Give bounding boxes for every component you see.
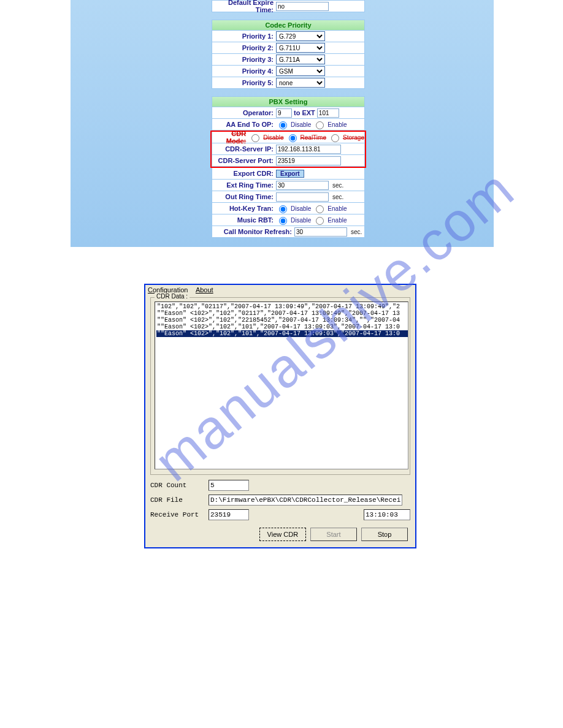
cdr-line-selected[interactable]: ""Eason" <102>","102","101","2007-04-17 … [156,330,408,337]
start-button[interactable]: Start [310,528,357,541]
hotkey-disable-radio[interactable] [279,205,287,213]
ext-ring-unit: sec. [331,182,345,189]
cdr-line[interactable]: ""Eason" <102>","102","02117","2007-04-1… [156,310,408,317]
receive-time-value [364,509,410,520]
priority-4-select[interactable]: GSM [276,66,325,76]
codec-priority-title: Codec Priority [212,20,365,31]
default-expire-label: Default Expire Time: [212,0,276,13]
cdr-data-title: CDR Data : [155,293,190,300]
cdr-mode-storage-text: Storage [343,134,364,141]
operator-input-1[interactable] [276,108,292,118]
priority-3-select[interactable]: G.711A [276,55,325,64]
aa-end-disable-radio[interactable] [279,121,287,129]
hotkey-label: Hot-Key Tran: [212,205,276,212]
priority-5-label: Priority 5: [212,79,276,86]
priority-2-label: Priority 2: [212,44,276,51]
operator-label: Operator: [212,109,276,116]
pbx-web-panel: Default Expire Time: Codec Priority Prio… [71,0,494,247]
music-rbt-disable-radio[interactable] [279,217,287,225]
cdr-data-groupbox: CDR Data : "102","102","02117","2007-04-… [150,297,410,475]
cdr-fields: CDR Count CDR File Receive Port [150,480,410,520]
cdr-mode-label: CDR Mode: [212,130,248,145]
priority-4-label: Priority 4: [212,67,276,75]
music-rbt-disable-text: Disable [291,217,311,224]
hotkey-enable-text: Enable [327,205,347,212]
cdr-file-label: CDR File [150,496,209,504]
pbx-setting-title: PBX Setting [212,96,365,107]
priority-1-select[interactable]: G.729 [276,31,325,41]
cdr-server-ip-input[interactable] [276,145,341,154]
cdr-count-label: CDR Count [150,482,209,489]
operator-input-2[interactable] [317,108,339,118]
cdr-highlight-box: CDR Mode: Disable RealTime Storage CDR-S… [210,131,366,168]
cdr-count-value [209,480,249,491]
view-cdr-button[interactable]: View CDR [259,528,306,541]
cdr-mode-storage-radio[interactable] [331,134,339,142]
priority-3-label: Priority 3: [212,56,276,63]
ext-ring-input[interactable] [276,181,329,190]
cdr-mode-disable-text: Disable [263,134,283,141]
aa-end-enable-radio[interactable] [316,121,324,129]
music-rbt-enable-radio[interactable] [316,217,324,225]
call-monitor-unit: sec. [349,229,364,235]
cdr-collector-window: Configuration About CDR Data : "102","10… [144,284,416,548]
aa-end-label: AA End To OP: [212,121,276,128]
receive-port-label: Receive Port [150,511,209,518]
default-expire-input[interactable] [276,2,329,11]
ext-ring-label: Ext Ring Time: [212,181,276,189]
out-ring-label: Out Ring Time: [212,193,276,200]
cdr-data-listbox[interactable]: "102","102","02117","2007-04-17 13:09:49… [155,301,408,469]
stop-button[interactable]: Stop [361,528,408,541]
cdr-line[interactable]: "102","102","02117","2007-04-17 13:09:49… [156,303,408,310]
out-ring-input[interactable] [276,192,329,202]
cdr-mode-disable-radio[interactable] [251,134,259,142]
cdr-server-ip-label: CDR-Server IP: [212,145,276,153]
cdr-file-value [209,495,402,506]
call-monitor-input[interactable] [294,227,347,237]
hotkey-enable-radio[interactable] [316,205,324,213]
operator-mid-text: to EXT [294,109,315,116]
export-button[interactable]: Export [276,170,304,178]
aa-end-disable-text: Disable [291,121,311,128]
priority-1-label: Priority 1: [212,32,276,40]
export-cdr-label: Export CDR: [212,170,276,177]
call-monitor-label: Call Monitor Refresh: [212,228,294,235]
cdr-line[interactable]: ""Eason" <102>","102","22185452","2007-0… [156,317,408,324]
priority-2-select[interactable]: G.711U [276,43,325,53]
cdr-mode-realtime-text: RealTime [301,134,326,141]
priority-5-select[interactable]: none [276,78,325,88]
out-ring-unit: sec. [331,194,345,200]
menu-about[interactable]: About [196,286,213,294]
cdr-mode-realtime-radio[interactable] [289,134,297,142]
cdr-server-port-input[interactable] [276,156,341,165]
cdr-line[interactable]: ""Eason" <102>","102","101","2007-04-17 … [156,324,408,330]
button-row: View CDR Start Stop [145,524,415,547]
hotkey-disable-text: Disable [291,205,311,212]
aa-end-enable-text: Enable [327,121,347,128]
receive-port-value [209,509,249,520]
music-rbt-label: Music RBT: [212,216,276,224]
cdr-server-port-label: CDR-Server Port: [212,157,276,164]
music-rbt-enable-text: Enable [327,217,347,224]
